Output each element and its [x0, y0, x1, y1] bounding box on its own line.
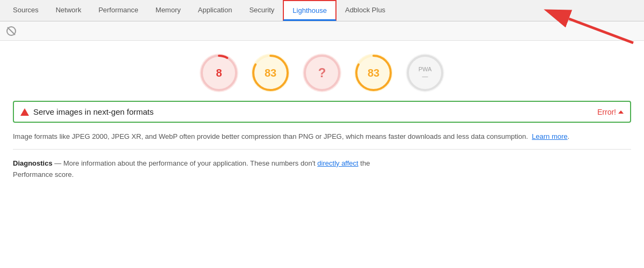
audit-left: Serve images in next-gen formats: [20, 107, 153, 116]
content-area: Serve images in next-gen formats Error! …: [0, 101, 644, 184]
audit-description: Image formats like JPEG 2000, JPEG XR, a…: [13, 129, 631, 150]
tab-memory[interactable]: Memory: [147, 0, 189, 21]
scores-area: 8 83 ? 83 PWA—: [0, 41, 644, 101]
diagnostics-text2: the: [360, 159, 370, 167]
score-circle-seo: 83: [354, 54, 393, 92]
score-value-accessibility: 83: [265, 67, 276, 79]
score-value-seo: 83: [368, 67, 379, 79]
learn-more-link[interactable]: Learn more: [532, 132, 567, 140]
tab-sources[interactable]: Sources: [4, 0, 47, 21]
tab-lighthouse[interactable]: Lighthouse: [283, 0, 336, 21]
tab-performance[interactable]: Performance: [90, 0, 147, 21]
audit-error-label: Error!: [597, 108, 624, 116]
diagnostics-label: Diagnostics: [13, 159, 53, 167]
score-value-performance: 8: [216, 67, 222, 79]
error-text: Error!: [597, 108, 616, 116]
tab-network[interactable]: Network: [47, 0, 90, 21]
diagnostics-line2: Performance score.: [13, 170, 74, 178]
chevron-up-icon: [618, 110, 624, 114]
tab-application[interactable]: Application: [189, 0, 241, 21]
diagnostics-emdash: —: [54, 159, 61, 167]
score-circle-accessibility: 83: [251, 54, 290, 92]
tab-adblock-plus[interactable]: Adblock Plus: [336, 0, 394, 21]
toolbar-row: [0, 21, 644, 41]
score-circle-bestpractices: ?: [303, 54, 341, 92]
score-circle-performance: 8: [200, 54, 238, 92]
description-text-main: Image formats like JPEG 2000, JPEG XR, a…: [13, 132, 528, 140]
tab-bar: Sources Network Performance Memory Appli…: [0, 0, 644, 21]
warning-triangle-icon: [20, 108, 29, 116]
directly-affect-link[interactable]: directly affect: [317, 159, 358, 167]
diagnostics-row: Diagnostics — More information about the…: [13, 150, 631, 185]
diagnostics-text: More information about the performance o…: [63, 159, 317, 167]
audit-title: Serve images in next-gen formats: [33, 107, 153, 116]
tab-security[interactable]: Security: [240, 0, 283, 21]
score-value-bestpractices: ?: [318, 65, 326, 80]
audit-row-nextgen[interactable]: Serve images in next-gen formats Error!: [13, 101, 631, 123]
no-symbol-icon: [6, 26, 16, 36]
score-value-pwa: PWA—: [419, 66, 432, 80]
score-circle-pwa: PWA—: [406, 54, 444, 92]
